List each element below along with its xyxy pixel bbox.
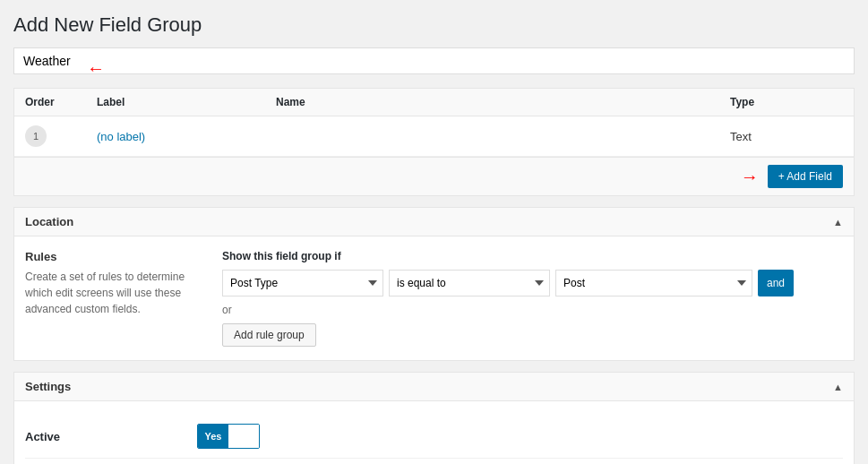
location-collapse-icon: ▲ — [833, 217, 843, 228]
add-field-arrow: → — [741, 167, 759, 187]
rule-value-select[interactable]: Post Page Attachment — [555, 270, 752, 296]
col-header-order: Order — [14, 89, 86, 116]
settings-row-style: Style Standard (WP metabox) Seamless (no… — [25, 459, 843, 464]
field-type-cell: Text — [719, 116, 854, 157]
settings-panel-body: Active Yes Style Standard (WP metabox) — [14, 401, 854, 464]
settings-control-active: Yes — [197, 424, 645, 449]
location-panel-header[interactable]: Location ▲ — [14, 208, 854, 236]
rule-param-select[interactable]: Post Type Page Template Page Type — [222, 270, 383, 296]
fields-panel: Order Label Name Type 1 (no label) Text — [13, 88, 855, 196]
add-rule-group-button[interactable]: Add rule group — [222, 323, 316, 347]
rules-text: Create a set of rules to determine which… — [25, 269, 204, 317]
location-rules-desc: Rules Create a set of rules to determine… — [25, 250, 204, 347]
active-toggle[interactable]: Yes — [197, 424, 260, 449]
rule-row: Post Type Page Template Page Type is equ… — [222, 270, 843, 296]
location-body: Rules Create a set of rules to determine… — [14, 236, 854, 360]
field-label-link[interactable]: (no label) — [97, 130, 145, 143]
add-field-button[interactable]: + Add Field — [768, 165, 843, 188]
location-panel-title: Location — [25, 215, 73, 228]
col-header-type: Type — [719, 89, 854, 116]
page-title: Add New Field Group — [13, 13, 855, 37]
col-header-label: Label — [86, 89, 265, 116]
field-group-name-wrapper: ← — [13, 47, 855, 88]
and-button[interactable]: and — [758, 270, 794, 296]
settings-panel: Settings ▲ Active Yes Style — [13, 372, 855, 464]
settings-grid: Active Yes Style Standard (WP metabox) — [14, 401, 854, 464]
settings-panel-title: Settings — [25, 380, 71, 393]
or-label: or — [222, 304, 843, 316]
toggle-yes: Yes — [198, 425, 228, 448]
settings-collapse-icon: ▲ — [833, 382, 843, 392]
field-group-name-input[interactable] — [13, 47, 855, 74]
field-name-cell — [265, 116, 719, 157]
col-header-name: Name — [265, 89, 719, 116]
location-panel: Location ▲ Rules Create a set of rules t… — [13, 207, 855, 361]
field-label-cell: (no label) — [86, 116, 265, 157]
fields-table-header: Order Label Name Type — [14, 89, 854, 116]
settings-label-active: Active — [25, 430, 186, 443]
toggle-no — [228, 425, 259, 448]
rule-operator-select[interactable]: is equal to is not equal to — [389, 270, 550, 296]
table-row: 1 (no label) Text — [14, 116, 854, 157]
add-field-row: → + Add Field — [14, 157, 854, 195]
settings-row-active: Active Yes — [25, 415, 843, 459]
order-badge: 1 — [25, 125, 47, 147]
rules-title: Rules — [25, 250, 204, 263]
settings-panel-header[interactable]: Settings ▲ — [14, 373, 854, 401]
location-rules-builder: Show this field group if Post Type Page … — [222, 250, 843, 347]
field-order-cell: 1 — [14, 116, 86, 157]
show-if-label: Show this field group if — [222, 250, 843, 262]
add-field-wrapper: → + Add Field — [741, 165, 843, 188]
fields-table: Order Label Name Type 1 (no label) Text — [14, 89, 854, 157]
location-panel-body: Rules Create a set of rules to determine… — [14, 236, 854, 360]
